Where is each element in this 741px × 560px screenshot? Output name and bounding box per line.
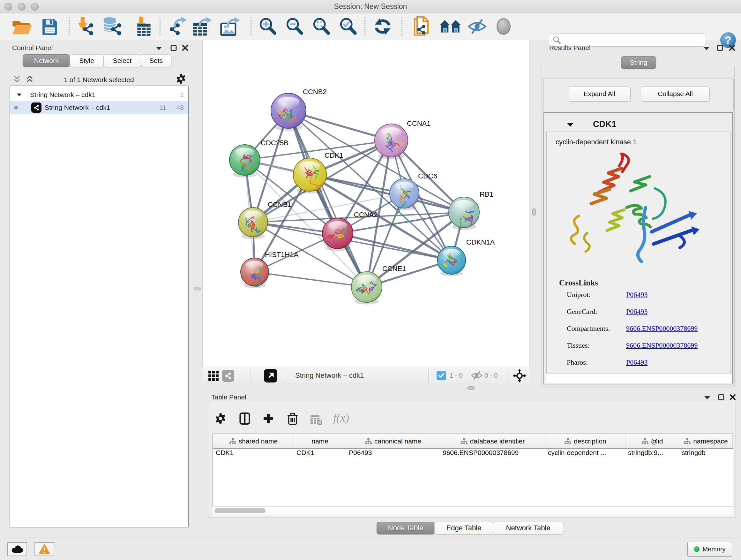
table-cell[interactable]: stringdb:9... [625,449,679,460]
table-cell[interactable]: 9606.ENSP00000378699 [440,449,545,460]
memory-button[interactable]: Memory [687,542,732,557]
export-table-button[interactable] [193,16,212,37]
save-session-button[interactable] [42,16,58,37]
tab-style[interactable]: Style [70,54,104,67]
column-header-description[interactable]: description [545,434,625,448]
right-splitter-handle[interactable] [532,208,536,216]
zoom-in-button[interactable] [259,16,277,37]
table-cell[interactable]: P06493 [346,449,440,460]
title-bar: Session: New Session [0,0,741,13]
tab-network-table[interactable]: Network Table [493,522,563,535]
results-panel-menu-caret-icon[interactable] [703,47,710,51]
delete-column-icon[interactable] [287,413,298,425]
protein-disclosure-icon[interactable] [567,123,574,127]
collapse-all-button[interactable]: Collapse All [641,86,710,102]
results-panel-float-icon[interactable] [717,45,723,51]
open-session-button[interactable] [11,16,32,37]
share-session-file-button[interactable] [412,16,430,37]
control-panel-float-icon[interactable] [171,45,177,51]
import-network-from-database-button[interactable] [103,16,123,37]
table-cell[interactable]: stringdb [679,449,733,460]
export-network-button[interactable] [168,16,187,37]
update-network-button[interactable] [374,16,392,37]
column-header-name[interactable]: name [294,434,346,448]
expand-all-button[interactable]: Expand All [568,86,630,102]
column-header-namespace[interactable]: namespace [679,434,733,448]
export-image-button[interactable] [220,16,240,37]
column-header--id[interactable]: @id [625,434,679,448]
grid-view-icon[interactable] [208,370,219,381]
cloud-status-button[interactable] [7,542,27,556]
table-horizontal-scrollbar[interactable] [212,506,733,515]
detach-view-icon[interactable] [264,369,277,382]
table-options-gear-icon[interactable] [214,413,226,425]
control-panel-title: Control Panel [12,44,53,52]
table-cell[interactable]: cyclin-dependent ... [545,449,625,460]
tab-select[interactable]: Select [104,54,141,67]
tab-string[interactable]: String [621,56,656,69]
network-column-icon [365,438,372,445]
tab-edge-table[interactable]: Edge Table [434,522,493,535]
tab-node-table[interactable]: Node Table [377,522,434,535]
crosslink-value-link[interactable]: 9606.ENSP00000378699 [626,341,697,349]
expand-all-networks-icon[interactable] [25,75,34,83]
column-header-canonical-name[interactable]: canonical name [346,434,440,448]
network-view-share-icon[interactable] [222,370,234,382]
home-networks-button[interactable] [440,16,461,37]
selected-count-checkbox-icon[interactable] [436,371,446,380]
collection-count: 1 [180,91,184,99]
zoom-fit-content-button[interactable] [312,16,331,37]
results-panel-close-icon[interactable] [729,45,735,51]
column-header-shared-name[interactable]: shared name [213,434,294,448]
node-gloss-highlight [395,182,413,191]
table-cell[interactable]: CDK1 [213,449,294,460]
table-panel-menu-caret-icon[interactable] [704,396,711,400]
zoom-selected-button[interactable] [339,16,357,37]
node-HIST1H1A[interactable]: HIST1H1A [241,251,298,288]
node-RB1[interactable]: RB1 [449,190,493,230]
collapse-all-networks-icon[interactable] [13,75,21,83]
crosslink-value-link[interactable]: 9606.ENSP00000378699 [626,324,697,332]
crosslink-value-link[interactable]: P06493 [626,358,648,366]
crosslink-value-link[interactable]: P06493 [626,307,648,315]
search-icon [553,36,561,44]
network-canvas[interactable]: CCNB2CCNA1CDC25BCDK1CDC6RB1CCNB1CCNA2CDK… [202,40,530,367]
table-panel-float-icon[interactable] [718,394,724,400]
edge-CCNB2-CCNE1[interactable] [288,111,367,287]
node-CDKN1A[interactable]: CDKN1A [437,238,495,276]
memory-label: Memory [702,546,725,553]
tab-sets[interactable]: Sets [141,54,172,67]
birdseye-navigator-icon[interactable] [513,369,527,383]
show-eye-button[interactable] [496,16,511,37]
import-table-from-file-button[interactable] [134,16,152,37]
network-row-selected[interactable]: String Network – cdk1 11 48 [10,101,188,114]
node-CCNB2[interactable]: CCNB2 [271,88,327,131]
collection-disclosure-icon[interactable] [17,93,22,97]
node-CCNA1[interactable]: CCNA1 [375,119,431,159]
network-node-count: 11 [159,104,166,111]
zoom-out-button[interactable] [285,16,304,37]
warnings-button[interactable] [35,542,54,556]
add-column-icon[interactable] [263,413,274,424]
network-type-icon [31,103,42,113]
table-panel-close-icon[interactable] [730,394,736,400]
scrollbar-thumb[interactable] [214,508,266,513]
column-header-database-identifier[interactable]: database identifier [440,434,545,448]
edge-CCNA2-CDKN1A[interactable] [338,233,452,260]
control-panel-menu-caret-icon[interactable] [156,47,162,51]
protein-structure-image [568,152,702,267]
crosslink-value-link[interactable]: P06493 [626,291,648,299]
tab-network[interactable]: Network [23,54,70,67]
column-header-label: @id [651,437,663,445]
table-cell[interactable]: CDK1 [294,449,346,460]
left-splitter-handle[interactable] [194,287,201,290]
hide-unhide-button[interactable] [468,16,486,37]
show-columns-icon[interactable] [239,413,250,425]
bottom-splitter-handle[interactable] [467,386,475,390]
edge-HIST1H1A-CCNE1[interactable] [255,272,367,287]
node-gloss-highlight [357,275,376,284]
import-network-from-file-button[interactable] [77,16,95,37]
network-collection-row[interactable]: String Network – cdk1 1 [10,88,188,102]
network-options-gear-icon[interactable] [176,73,186,84]
control-panel-close-icon[interactable] [182,45,188,51]
